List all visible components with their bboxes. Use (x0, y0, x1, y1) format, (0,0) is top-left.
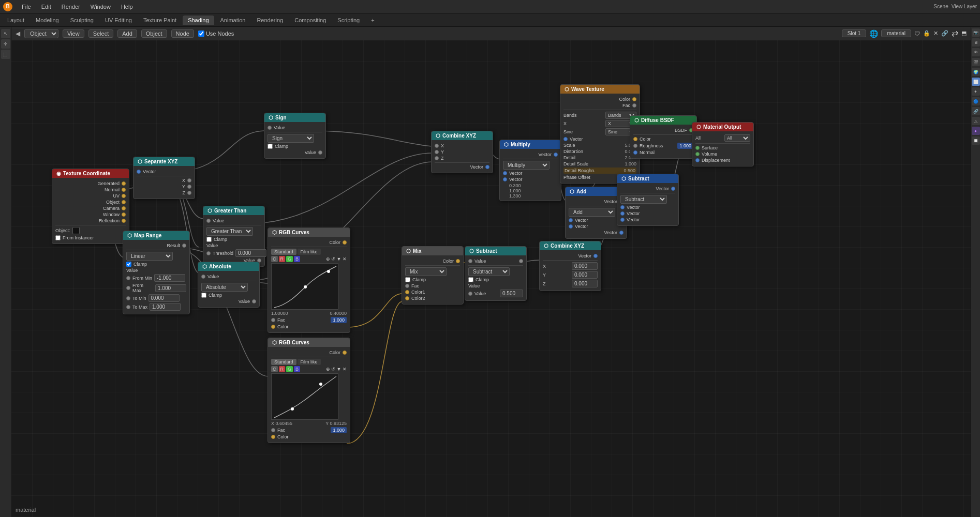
multiply-mode[interactable]: Multiply (503, 161, 550, 170)
curve-r-btn[interactable]: R (279, 256, 286, 262)
tab-sculpting[interactable]: Sculpting (65, 16, 99, 25)
tab-standard-1[interactable]: Standard (271, 249, 296, 255)
add-mode[interactable]: Add (569, 208, 615, 217)
node-wave-texture[interactable]: ⬡ Wave Texture Color Fac (560, 84, 640, 184)
mix-mode[interactable]: Mix (405, 267, 447, 276)
prop-physics[interactable]: 🔵 (972, 97, 980, 105)
tab-scripting[interactable]: Scripting (332, 16, 365, 25)
menu-edit[interactable]: Edit (38, 3, 54, 11)
gt-clamp[interactable] (206, 237, 212, 242)
prop-constraints[interactable]: 🔗 (972, 107, 980, 115)
node-combine-xyz-1[interactable]: ⬡ Combine XYZ X Y (431, 131, 493, 173)
tab-compositing[interactable]: Compositing (289, 16, 331, 25)
tool-border[interactable]: ⬚ (1, 50, 10, 59)
to-max-input[interactable] (150, 303, 181, 311)
curve-c-btn[interactable]: C (271, 256, 278, 262)
mix-clamp[interactable] (405, 277, 410, 282)
add-btn[interactable]: Add (117, 29, 137, 38)
tool-select[interactable]: ↖ (1, 29, 10, 38)
node-rgb-curves-2[interactable]: ⬡ RGB Curves Color Standard Film like (268, 338, 350, 443)
prop-particles[interactable]: ✦ (972, 87, 980, 96)
tab-uv-editing[interactable]: UV Editing (100, 16, 137, 25)
prop-object[interactable]: ⬜ (972, 78, 980, 86)
node-multiply[interactable]: ⬡ Multiply Vector Multiply (499, 140, 561, 201)
curve-g-btn[interactable]: G (286, 256, 293, 262)
node-texture-coordinate-body: Generated Normal UV Object (52, 178, 129, 244)
tab-standard-2[interactable]: Standard (271, 359, 296, 365)
node-absolute[interactable]: ⬡ Absolute Value Absolute (198, 262, 260, 308)
node-subtract-1[interactable]: ⬡ Subtract Value Subtract (465, 246, 527, 301)
curve-tools[interactable]: ⊕ ↺ ▼ ✕ (326, 256, 347, 262)
curve-c-btn-2[interactable]: C (271, 366, 278, 372)
sign-clamp[interactable] (268, 144, 273, 149)
socket-fac-in-rc1 (271, 318, 275, 322)
threshold-input[interactable] (235, 249, 266, 257)
tab-rendering[interactable]: Rendering (251, 16, 288, 25)
prop-scene[interactable]: 🎬 (972, 58, 980, 66)
tab-layout[interactable]: Layout (2, 16, 29, 25)
prop-output[interactable]: 🖥 (972, 38, 980, 47)
output-all-select[interactable]: All (724, 134, 750, 142)
tab-texture-paint[interactable]: Texture Paint (138, 16, 182, 25)
menu-window[interactable]: Window (87, 3, 114, 11)
node-separate-xyz[interactable]: ⬡ Separate XYZ Vector X (133, 157, 195, 199)
prop-texture[interactable]: 🔲 (972, 136, 980, 145)
node-diffuse-bsdf[interactable]: ⬡ Diffuse BSDF BSDF Color (630, 115, 697, 159)
curve-b-btn-2[interactable]: B (294, 366, 300, 372)
abs-mode[interactable]: Absolute (201, 283, 248, 292)
c2-z-input[interactable] (572, 280, 598, 287)
svg-point-3 (319, 383, 322, 386)
abs-clamp[interactable] (201, 293, 206, 298)
node-map-range[interactable]: ⬡ Map Range Result Linear (123, 231, 190, 314)
socket-volume-in (695, 152, 700, 156)
prop-view[interactable]: 👁 (972, 48, 980, 56)
tab-add[interactable]: + (366, 16, 379, 25)
sub1-mode[interactable]: Subtract (468, 267, 510, 276)
node-texture-coordinate[interactable]: ◉ Texture Coordinate Generated Normal (52, 169, 129, 244)
tab-modeling[interactable]: Modeling (31, 16, 64, 25)
prop-render[interactable]: 📷 (972, 28, 980, 37)
curve-tools-2[interactable]: ⊕ ↺ ▼ ✕ (326, 367, 347, 372)
prop-world[interactable]: 🌍 (972, 68, 980, 76)
prop-material[interactable]: ● (972, 127, 980, 135)
c2-x-input[interactable] (572, 262, 598, 270)
c2-y-input[interactable] (572, 271, 598, 279)
from-instancer-checkbox[interactable] (55, 235, 61, 240)
node-subtract-2[interactable]: ⬡ Subtract Vector Subtract (617, 174, 679, 226)
greater-than-mode[interactable]: Greater Than (206, 227, 253, 236)
node-greater-than[interactable]: ⬡ Greater Than Value Greater Than (203, 206, 265, 267)
to-min-input[interactable] (149, 294, 180, 302)
tab-filmlike-2[interactable]: Film like (298, 359, 321, 365)
prop-data[interactable]: △ (972, 117, 980, 125)
curve-r-btn-2[interactable]: R (279, 366, 286, 372)
tab-animation[interactable]: Animation (215, 16, 251, 25)
from-min-input[interactable] (154, 274, 185, 282)
sub2-mode[interactable]: Subtract (620, 195, 667, 204)
curve-g-btn-2[interactable]: G (286, 366, 293, 372)
curve-b-btn[interactable]: B (294, 256, 300, 262)
tab-shading[interactable]: Shading (183, 16, 214, 25)
node-rgb-curves-1[interactable]: ⬡ RGB Curves Color Standard Film like (268, 227, 350, 333)
sign-mode[interactable]: Sign (268, 134, 314, 143)
node-material-output[interactable]: ⬡ Material Output All All Surface (692, 122, 754, 166)
use-nodes-checkbox[interactable] (198, 31, 204, 37)
menu-file[interactable]: File (19, 3, 34, 11)
select-btn[interactable]: Select (88, 29, 114, 38)
tab-filmlike-1[interactable]: Film like (298, 249, 321, 255)
map-range-clamp[interactable] (126, 262, 131, 267)
node-sign[interactable]: ⬡ Sign Value Sign (264, 113, 326, 159)
menu-help[interactable]: Help (118, 3, 136, 11)
node-mix[interactable]: ⬡ Mix Color Mix (402, 246, 464, 305)
node-btn[interactable]: Node (171, 29, 194, 38)
view-btn[interactable]: View (63, 29, 84, 38)
map-range-mode[interactable]: Linear (126, 252, 173, 261)
mode-select[interactable]: Object (24, 29, 58, 38)
sub1-clamp[interactable] (468, 277, 473, 282)
toggle-sidebar-icon[interactable]: ◀ (16, 30, 20, 37)
menu-render[interactable]: Render (58, 3, 83, 11)
tool-move[interactable]: ✛ (1, 39, 10, 49)
node-combine-xyz-2[interactable]: ⬡ Combine XYZ Vector X (539, 241, 601, 291)
sub1-val-input[interactable] (500, 290, 523, 297)
object-btn[interactable]: Object (141, 29, 167, 38)
from-max-input[interactable] (155, 284, 186, 292)
